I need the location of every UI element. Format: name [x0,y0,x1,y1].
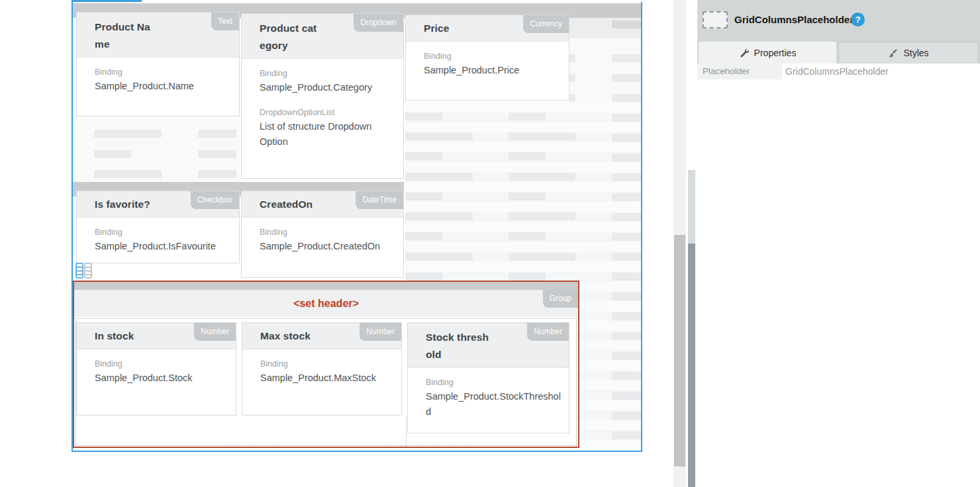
skeleton-bar [612,54,641,62]
prop-label: Binding [95,66,232,79]
design-canvas[interactable]: Product Na me Text Binding Sample_Produc… [72,2,642,452]
skeleton-bar [509,253,575,261]
column-title: CreatedOn [260,196,361,213]
prop-value: Sample_Product.IsFavourite [95,239,232,254]
skeleton-bar [569,94,575,102]
skeleton-bar [405,112,442,120]
column-group[interactable]: <set header> Group In stock Number Bindi… [73,281,579,448]
column-card-product-category[interactable]: Product cat egory Dropdown Binding Sampl… [241,13,404,179]
skeleton-bar [612,392,641,400]
properties-panel: GridColumnsPlaceholder ? Properties Styl… [697,0,980,487]
column-card-is-favorite[interactable]: Is favorite? Checkbox Binding Sample_Pro… [76,191,240,263]
column-title: Product Na me [95,19,197,53]
prop-value: List of structure Dropdown Option [260,119,397,150]
skeleton-bar [405,173,473,181]
wrench-icon [739,48,749,58]
skeleton-bar [405,212,473,220]
prop-label: Binding [260,226,397,239]
skeleton-bar [612,154,641,161]
skeleton-bar [612,412,641,420]
dashed-box-icon [703,11,728,28]
column-card-stock-threshold[interactable]: Stock thresh old Number Binding Sample_P… [407,322,569,433]
skeleton-bar [612,292,641,300]
column-card-product-name[interactable]: Product Na me Text Binding Sample_Produc… [76,12,240,116]
type-badge: Dropdown [354,14,403,32]
scrollbar-thumb[interactable] [674,235,685,466]
tab-properties[interactable]: Properties [699,42,836,64]
skeleton-bar [612,193,641,201]
skeleton-bar [198,130,236,138]
skeleton-bar [612,273,641,281]
skeleton-bar [569,54,575,62]
panel-title: GridColumnsPlaceholder [734,14,854,25]
skeleton-bar [612,431,641,439]
column-card-header: Product cat egory Dropdown [242,14,403,59]
skeleton-bar [405,273,442,281]
type-badge: Text [211,13,239,30]
column-title: Max stock [260,328,359,345]
column-card-header: CreatedOn DateTime [242,191,403,218]
scrollbar-thumb[interactable] [688,244,695,487]
tab-styles[interactable]: Styles [838,42,979,64]
prop-label: Binding [95,357,229,371]
skeleton-bar [509,132,575,140]
brush-icon [888,48,898,58]
prop-value: Sample_Product.Name [95,79,232,94]
window-vertical-scrollbar[interactable] [688,170,695,487]
column-card-createdon[interactable]: CreatedOn DateTime Binding Sample_Produc… [241,191,404,278]
group-header-text[interactable]: <set header> [74,290,578,317]
skeleton-bar [405,152,442,160]
type-badge: Group [543,290,578,308]
help-icon[interactable]: ? [851,13,865,26]
column-card-in-stock[interactable]: In stock Number Binding Sample_Product.S… [76,322,236,416]
skeleton-bar [94,170,162,178]
prop-label: DropdownOptionList [260,106,397,119]
type-badge: Number [360,323,401,341]
skeleton-bar [612,173,641,181]
group-band [74,282,578,290]
prop-label: Binding [426,376,562,389]
skeleton-bar [405,232,442,240]
type-badge: Number [527,323,569,341]
skeleton-bar [94,150,131,158]
skeleton-bar [612,74,641,82]
type-badge: Number [194,323,236,341]
skeleton-bar [569,74,575,82]
prop-value: Sample_Product.Stock [95,371,229,386]
column-card-header: Price Currency [406,15,569,42]
skeleton-region [579,281,641,449]
skeleton-bar [509,152,546,160]
tab-label: Styles [903,48,928,58]
column-card-body: Binding Sample_Product.Price [406,42,569,78]
column-card-max-stock[interactable]: Max stock Number Binding Sample_Product.… [242,322,402,416]
skeleton-bar [198,170,236,178]
prop-value: Sample_Product.StockThreshold [426,389,562,420]
skeleton-bar [405,253,473,261]
column-card-body: Binding Sample_Product.MaxStock [242,349,401,386]
canvas-vertical-scrollbar[interactable] [673,0,686,487]
prop-label: Binding [424,50,562,63]
skeleton-bar [509,173,575,181]
skeleton-bar [509,232,546,240]
skeleton-bar [612,352,641,360]
skeleton-bar [509,273,546,281]
column-card-price[interactable]: Price Currency Binding Sample_Product.Pr… [405,15,569,101]
skeleton-bar [612,233,641,241]
columns-table-icon[interactable] [75,263,93,281]
skeleton-bar [612,134,641,142]
column-title: In stock [95,328,193,345]
skeleton-bar [612,312,641,320]
property-value-cell[interactable]: GridColumnsPlaceholder [782,64,980,79]
skeleton-bar [405,193,442,200]
column-card-body: Binding Sample_Product.StockThreshold [408,368,569,420]
type-badge: Currency [523,15,569,33]
column-title: Price [424,20,526,37]
skeleton-bar [198,150,236,158]
column-card-header: Max stock Number [242,323,401,349]
skeleton-bar [612,332,641,340]
skeleton-bar [612,21,641,28]
skeleton-bar [509,212,575,220]
prop-value: Sample_Product.CreatedOn [260,239,397,254]
prop-value: Sample_Product.Price [424,63,562,78]
panel-content: Placeholder GridColumnsPlaceholder [697,64,980,487]
